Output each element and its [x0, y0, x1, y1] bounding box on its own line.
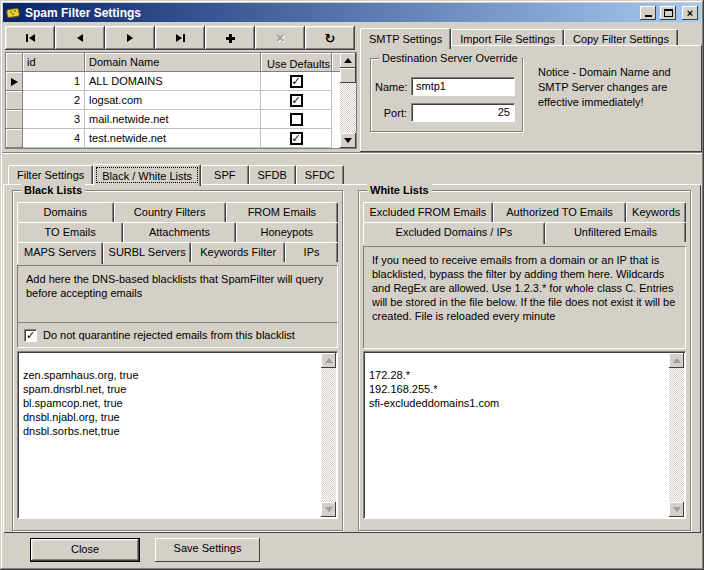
tab-excluded-domains-ips[interactable]: Excluded Domains / IPs	[363, 222, 545, 244]
tab-keywords[interactable]: Keywords	[626, 202, 686, 222]
black-lists-group: Black Lists Domains Country Filters FROM…	[12, 190, 343, 531]
cell-use-defaults[interactable]	[261, 110, 332, 129]
black-list-entries[interactable]: zen.spamhaus.org, true spam.dnsrbl.net, …	[17, 351, 338, 519]
first-record-icon	[26, 34, 28, 42]
cell-id[interactable]: 3	[23, 110, 85, 129]
minimize-button[interactable]	[640, 6, 656, 20]
last-record-button[interactable]	[155, 26, 205, 50]
tab-smtp-settings[interactable]: SMTP Settings	[360, 28, 451, 49]
black-white-lists-page: Black Lists Domains Country Filters FROM…	[3, 184, 701, 533]
filter-tabstrip: Filter Settings Black / White Lists SPF …	[8, 164, 344, 184]
use-defaults-checkbox[interactable]	[290, 113, 303, 126]
cell-use-defaults[interactable]	[261, 91, 332, 110]
prior-record-button[interactable]	[55, 26, 105, 50]
column-header-id[interactable]: id	[23, 53, 85, 72]
cell-domain[interactable]: mail.netwide.net	[85, 110, 261, 129]
maximize-button[interactable]	[660, 6, 676, 20]
maximize-icon	[664, 9, 673, 17]
tab-authorized-to-emails[interactable]: Authorized TO Emails	[493, 202, 627, 222]
scrollbar-track[interactable]	[669, 368, 684, 502]
tab-filter-settings[interactable]: Filter Settings	[8, 165, 93, 184]
tab-domains[interactable]: Domains	[17, 202, 114, 222]
scroll-down-button[interactable]	[321, 502, 336, 517]
tab-sfdb[interactable]: SFDB	[249, 165, 296, 184]
white-tabs-row-1: Excluded FROM Emails Authorized TO Email…	[363, 202, 686, 222]
scrollbar-thumb[interactable]	[340, 68, 356, 83]
black-entries-scrollbar[interactable]	[321, 353, 336, 517]
cell-domain[interactable]: ALL DOMAINS	[85, 72, 261, 91]
close-window-button[interactable]: ×	[682, 6, 698, 20]
tab-keywords-filter[interactable]: Keywords Filter	[191, 242, 285, 262]
tab-to-emails[interactable]: TO Emails	[17, 222, 123, 242]
scrollbar-track[interactable]	[321, 368, 336, 502]
use-defaults-checkbox[interactable]	[290, 94, 303, 107]
tab-maps-servers[interactable]: MAPS Servers	[17, 242, 103, 264]
tab-excluded-from-emails[interactable]: Excluded FROM Emails	[363, 202, 493, 222]
scroll-down-button[interactable]	[669, 502, 684, 517]
cell-id[interactable]: 1	[23, 72, 85, 91]
quarantine-checkbox-label[interactable]: Do not quarantine rejected emails from t…	[43, 329, 295, 341]
refresh-button[interactable]: ↻	[305, 26, 355, 50]
title-bar[interactable]: Spam Filter Settings ×	[3, 3, 701, 22]
use-defaults-checkbox[interactable]	[290, 132, 303, 145]
server-port-field[interactable]: 25	[411, 103, 515, 122]
tab-honeypots[interactable]: Honeypots	[236, 222, 338, 242]
arrow-down-icon	[344, 138, 352, 143]
insert-record-button[interactable]	[205, 26, 255, 50]
white-entries-scrollbar[interactable]	[669, 353, 684, 517]
tab-unfiltered-emails[interactable]: Unfiltered Emails	[545, 222, 686, 242]
spam-filter-settings-window: Spam Filter Settings × × ↻ id Domain Nam…	[0, 0, 704, 570]
cell-domain[interactable]: test.netwide.net	[85, 129, 261, 148]
close-button[interactable]: Close	[30, 538, 140, 562]
cell-domain[interactable]: logsat.com	[85, 91, 261, 110]
minimize-icon	[645, 15, 652, 17]
row-selector[interactable]	[6, 72, 23, 91]
tab-country-filters[interactable]: Country Filters	[114, 202, 226, 222]
row-selector[interactable]	[6, 110, 23, 129]
first-record-button[interactable]	[5, 26, 55, 50]
scroll-up-button[interactable]	[340, 53, 356, 68]
tab-from-emails[interactable]: FROM Emails	[226, 202, 338, 222]
next-record-button[interactable]	[105, 26, 155, 50]
white-list-entries[interactable]: 172.28.* 192.168.255.* sfi-excludeddomai…	[363, 351, 686, 519]
table-row[interactable]: 3 mail.netwide.net	[6, 110, 356, 129]
arrow-down-icon	[673, 507, 681, 512]
black-tabs-row-2: TO Emails Attachments Honeypots	[17, 222, 338, 242]
white-lists-title: White Lists	[367, 184, 432, 196]
black-tabs-row-3: MAPS Servers SURBL Servers Keywords Filt…	[17, 242, 338, 262]
black-tabs-row-1: Domains Country Filters FROM Emails	[17, 202, 338, 222]
scrollbar-track[interactable]	[340, 83, 356, 133]
save-settings-button[interactable]: Save Settings	[155, 538, 260, 562]
scroll-down-button[interactable]	[340, 133, 356, 148]
scroll-up-button[interactable]	[669, 353, 684, 368]
grid-vertical-scrollbar[interactable]	[340, 53, 356, 148]
tab-spf[interactable]: SPF	[201, 165, 248, 184]
domains-grid: id Domain Name Use Defaults 1 ALL DOMAIN…	[5, 52, 357, 149]
tab-surbl-servers[interactable]: SURBL Servers	[103, 242, 191, 262]
table-row[interactable]: 4 test.netwide.net	[6, 129, 356, 148]
grid-corner-cell	[6, 53, 23, 72]
row-selector[interactable]	[6, 91, 23, 110]
tab-ips[interactable]: IPs	[285, 242, 338, 262]
scroll-up-button[interactable]	[321, 353, 336, 368]
tab-attachments[interactable]: Attachments	[123, 222, 235, 242]
quarantine-checkbox[interactable]	[24, 329, 37, 342]
cell-use-defaults[interactable]	[261, 72, 332, 91]
cell-id[interactable]: 4	[23, 129, 85, 148]
use-defaults-checkbox[interactable]	[290, 75, 303, 88]
table-row[interactable]: 2 logsat.com	[6, 91, 356, 110]
arrow-up-icon	[344, 58, 352, 63]
column-header-use-defaults[interactable]: Use Defaults	[261, 53, 332, 72]
tab-sfdc[interactable]: SFDC	[296, 165, 344, 184]
table-row[interactable]: 1 ALL DOMAINS	[6, 72, 356, 91]
cell-id[interactable]: 2	[23, 91, 85, 110]
cell-use-defaults[interactable]	[261, 129, 332, 148]
grid-header-row: id Domain Name Use Defaults	[6, 53, 356, 72]
tab-black-white-lists[interactable]: Black / White Lists	[93, 164, 201, 186]
column-header-domain-name[interactable]: Domain Name	[85, 53, 261, 72]
row-selector[interactable]	[6, 129, 23, 148]
delete-record-button[interactable]: ×	[255, 26, 305, 50]
window-title: Spam Filter Settings	[25, 6, 636, 20]
prior-record-icon	[77, 34, 83, 42]
server-name-field[interactable]: smtp1	[411, 77, 515, 96]
